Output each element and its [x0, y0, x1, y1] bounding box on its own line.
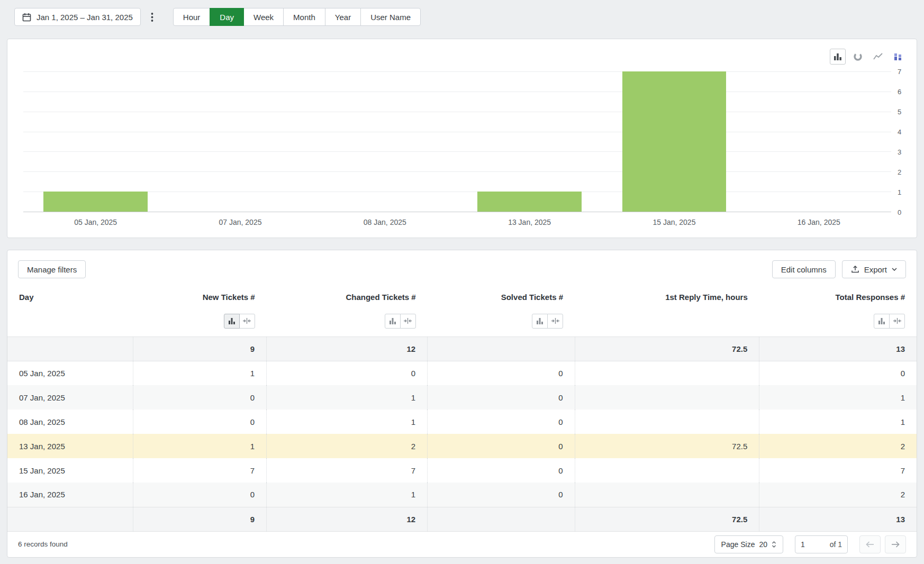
- column-series-toggle-icon[interactable]: [532, 314, 548, 329]
- line-chart-type-button[interactable]: [870, 49, 886, 65]
- table-row[interactable]: 13 Jan, 202512072.52: [7, 434, 917, 458]
- tab-week[interactable]: Week: [243, 8, 284, 26]
- value-cell: 0: [267, 361, 428, 385]
- export-label: Export: [864, 265, 887, 274]
- chart-x-labels: 05 Jan, 202507 Jan, 202508 Jan, 202513 J…: [23, 218, 891, 226]
- y-tick-label: 1: [898, 188, 901, 196]
- chart-bar[interactable]: [622, 71, 727, 212]
- value-cell: 13: [759, 336, 917, 361]
- bar-slot: [602, 71, 746, 212]
- page-size-value: 20: [759, 540, 767, 549]
- value-cell: 9: [133, 336, 267, 361]
- table-row[interactable]: 15 Jan, 20257707: [7, 458, 917, 483]
- converge-arrows-toggle-icon[interactable]: [889, 314, 905, 329]
- page-size-select[interactable]: Page Size 20: [714, 535, 783, 553]
- value-cell: 1: [133, 361, 267, 385]
- value-cell: 7: [267, 458, 428, 483]
- pagination: Page Size 20 of 1: [714, 535, 906, 553]
- date-range-button[interactable]: Jan 1, 2025 – Jan 31, 2025: [14, 8, 141, 26]
- export-button[interactable]: Export: [842, 260, 906, 278]
- column-series-toggle-icon[interactable]: [874, 314, 890, 329]
- converge-arrows-toggle-icon[interactable]: [239, 314, 255, 329]
- series-toggle-new-tickets: [224, 314, 255, 329]
- converge-arrows-toggle-icon[interactable]: [400, 314, 416, 329]
- manage-filters-button[interactable]: Manage filters: [18, 260, 86, 278]
- bar-slot: [457, 71, 602, 212]
- chart-bar[interactable]: [43, 192, 148, 212]
- value-cell: [575, 361, 759, 385]
- day-cell: [7, 507, 133, 531]
- day-cell: 08 Jan, 2025: [7, 410, 133, 434]
- next-page-button[interactable]: [885, 535, 906, 553]
- value-cell: 2: [267, 434, 428, 458]
- table-panel: Manage filters Edit columns Export: [7, 250, 917, 558]
- column-header-changed-tickets[interactable]: Changed Tickets #: [267, 288, 428, 306]
- y-tick-label: 4: [898, 128, 901, 136]
- edit-columns-button[interactable]: Edit columns: [772, 260, 836, 278]
- column-series-toggle-icon[interactable]: [224, 314, 240, 329]
- tab-hour[interactable]: Hour: [173, 8, 211, 26]
- table-toolbar: Manage filters Edit columns Export: [7, 250, 917, 288]
- value-cell: 1: [267, 385, 428, 410]
- column-header-total-responses[interactable]: Total Responses #: [759, 288, 917, 306]
- summary-row-bottom[interactable]: 91272.513: [7, 507, 917, 531]
- day-cell: 05 Jan, 2025: [7, 361, 133, 385]
- value-cell: 0: [428, 434, 575, 458]
- day-cell: 13 Jan, 2025: [7, 434, 133, 458]
- table-row[interactable]: 08 Jan, 20250101: [7, 410, 917, 434]
- x-axis-label: 08 Jan, 2025: [313, 218, 457, 226]
- column-header-day[interactable]: Day: [7, 288, 133, 306]
- table-row[interactable]: 07 Jan, 20250101: [7, 385, 917, 410]
- value-cell: [428, 507, 575, 531]
- tab-month[interactable]: Month: [283, 8, 325, 26]
- y-tick-label: 5: [898, 108, 901, 116]
- summary-row-top[interactable]: 91272.513: [7, 336, 917, 361]
- value-cell: 0: [428, 483, 575, 507]
- report-page: Jan 1, 2025 – Jan 31, 2025 HourDayWeekMo…: [0, 0, 924, 563]
- donut-chart-type-button[interactable]: [850, 49, 866, 65]
- y-tick-label: 6: [898, 88, 901, 96]
- table-header-row: Day New Tickets # Changed Tickets # Solv…: [7, 288, 917, 306]
- table-row[interactable]: 16 Jan, 20250102: [7, 483, 917, 507]
- value-cell: 2: [759, 434, 917, 458]
- day-cell: [7, 336, 133, 361]
- value-cell: 72.5: [575, 507, 759, 531]
- tab-day[interactable]: Day: [210, 8, 244, 26]
- y-tick-label: 7: [898, 68, 901, 76]
- value-cell: 1: [267, 483, 428, 507]
- y-tick-label: 0: [898, 208, 901, 216]
- stacked-chart-type-button[interactable]: [890, 49, 906, 65]
- converge-arrows-toggle-icon[interactable]: [547, 314, 563, 329]
- column-tools-row: [7, 306, 917, 336]
- more-options-button[interactable]: [147, 10, 157, 24]
- tab-user-name[interactable]: User Name: [360, 8, 421, 26]
- value-cell: 0: [428, 361, 575, 385]
- previous-page-button[interactable]: [859, 535, 881, 553]
- column-series-toggle-icon[interactable]: [385, 314, 401, 329]
- x-axis-label: 07 Jan, 2025: [168, 218, 312, 226]
- value-cell: 7: [133, 458, 267, 483]
- table-body: 91272.51305 Jan, 2025100007 Jan, 2025010…: [7, 336, 917, 531]
- day-cell: 15 Jan, 2025: [7, 458, 133, 483]
- chevron-down-icon: [892, 268, 897, 271]
- value-cell: [575, 458, 759, 483]
- value-cell: 1: [133, 434, 267, 458]
- x-axis-label: 13 Jan, 2025: [457, 218, 602, 226]
- y-tick-label: 3: [898, 148, 901, 156]
- chart-bar[interactable]: [477, 192, 582, 212]
- x-axis-label: 16 Jan, 2025: [747, 218, 891, 226]
- value-cell: 0: [133, 483, 267, 507]
- column-header-new-tickets[interactable]: New Tickets #: [133, 288, 267, 306]
- y-tick-label: 2: [898, 168, 901, 176]
- value-cell: [575, 385, 759, 410]
- column-header-first-reply-time[interactable]: 1st Reply Time, hours: [575, 288, 759, 306]
- bar-slot: [313, 71, 457, 212]
- page-number-input[interactable]: [801, 540, 819, 549]
- table-row[interactable]: 05 Jan, 20251000: [7, 361, 917, 385]
- value-cell: 12: [267, 336, 428, 361]
- column-chart-type-button[interactable]: [830, 49, 846, 65]
- table-footer: 6 records found Page Size 20 of 1: [7, 532, 917, 557]
- column-header-solved-tickets[interactable]: Solved Tickets #: [428, 288, 575, 306]
- tab-year[interactable]: Year: [325, 8, 361, 26]
- pagination-nav: [859, 535, 906, 553]
